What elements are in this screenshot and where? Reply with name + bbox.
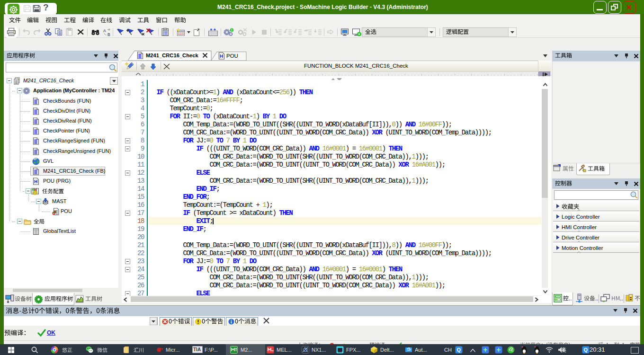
svg-text:Q: Q — [584, 347, 588, 353]
svg-text:Q: Q — [457, 347, 461, 353]
svg-text:B: B — [107, 32, 110, 36]
svg-text:A: A — [103, 28, 106, 33]
